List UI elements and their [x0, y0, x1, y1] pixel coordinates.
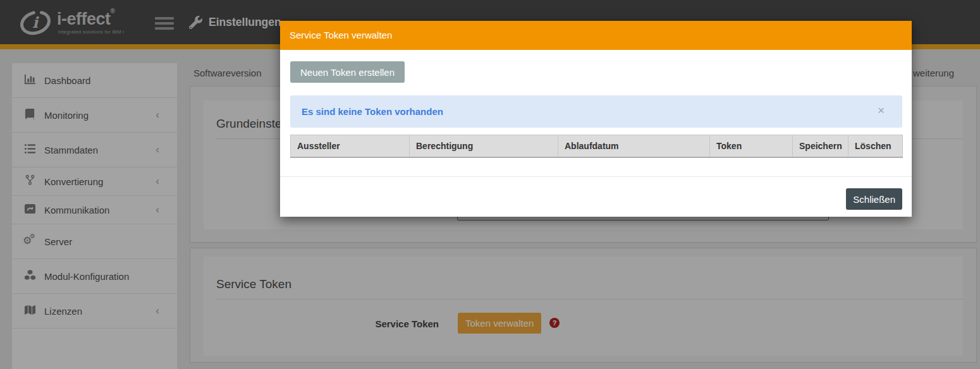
table-header-loeschen: Löschen: [848, 135, 903, 157]
modal-title: Service Token verwalten: [290, 21, 392, 50]
alert-text: Es sind keine Token vorhanden: [302, 106, 443, 117]
neuen-token-erstellen-button[interactable]: Neuen Token erstellen: [290, 61, 405, 83]
close-icon[interactable]: ×: [878, 104, 885, 116]
modal-header: Service Token verwalten: [280, 21, 912, 50]
service-token-modal: Service Token verwalten Neuen Token erst…: [280, 21, 912, 217]
no-token-alert: Es sind keine Token vorhanden ×: [290, 95, 902, 128]
table-header-speichern: Speichern: [793, 135, 848, 157]
table-header-token: Token: [710, 135, 793, 157]
app-window: i i-effect® integrated solutions for IBM…: [0, 0, 980, 369]
table-header-ablaufdatum: Ablaufdatum: [558, 135, 710, 157]
schliessen-button[interactable]: Schließen: [846, 188, 902, 210]
table-header-berechtigung: Berechtigung: [410, 135, 558, 157]
table-header-row: Aussteller Berechtigung Ablaufdatum Toke…: [291, 135, 903, 157]
token-table: Aussteller Berechtigung Ablaufdatum Toke…: [290, 135, 903, 158]
modal-footer: Schließen: [280, 176, 912, 217]
table-header-aussteller: Aussteller: [291, 135, 410, 157]
